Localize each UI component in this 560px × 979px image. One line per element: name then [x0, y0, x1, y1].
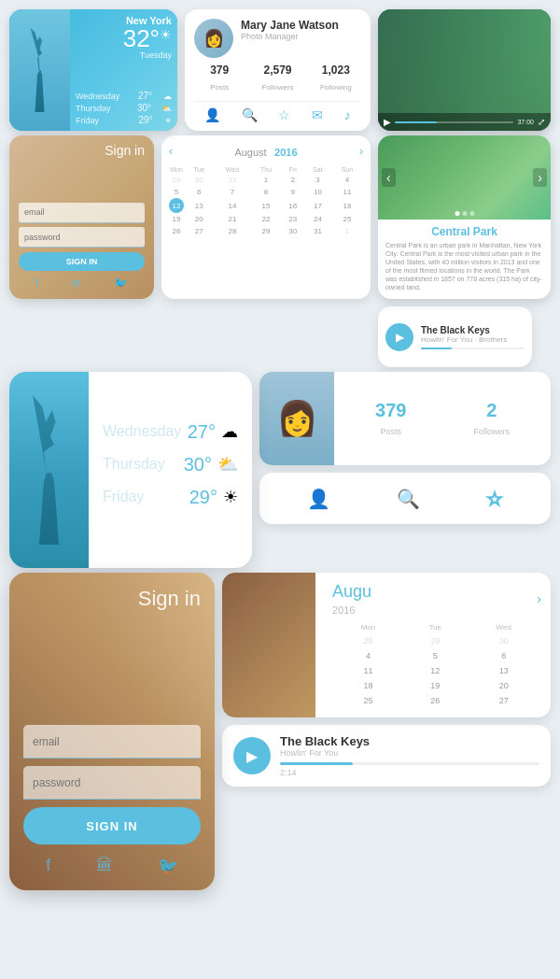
- park-dot-1[interactable]: [455, 211, 459, 216]
- forecast-temp-1: 30°: [137, 103, 151, 113]
- video-progress-bar: [395, 121, 513, 123]
- signin-form: SIGN IN f in 🐦: [19, 202, 145, 290]
- bottom-section: Sign in SIGN IN f 🏛 🐦 Augu 2016: [0, 573, 560, 900]
- profile-role: Photo Manager: [241, 32, 361, 41]
- big-music-progress-bar: [280, 762, 539, 765]
- park-dot-3[interactable]: [469, 211, 474, 216]
- big-right: 👩 379 Posts 2 Followers 👤 🔍 ☆: [259, 372, 551, 568]
- big-music-info: The Black Keys Howlin' For You 2:14: [280, 734, 539, 777]
- profile-search-icon[interactable]: 🔍: [242, 107, 258, 122]
- signin-button[interactable]: SIGN IN: [19, 252, 145, 271]
- music-title: The Black Keys: [421, 325, 525, 335]
- calendar-grid: Mon Tue Wed Thu Fri Sat Sun 29 30 31 1 2…: [169, 165, 363, 237]
- big-facebook-icon[interactable]: f: [46, 856, 50, 876]
- calendar-card: ‹ August 2016 › Mon Tue Wed Thu Fri Sat …: [161, 135, 371, 299]
- music-info: The Black Keys Howlin' For You · Brother…: [421, 325, 525, 349]
- big-password-input[interactable]: [23, 766, 201, 800]
- park-dots: [455, 211, 474, 216]
- big-calendar-header: Augu 2016 ›: [332, 582, 541, 616]
- cal-header-wed: Wed: [214, 165, 250, 174]
- big-weather-content: Wednesday 27° ☁ Thursday 30° ⛅ Friday 29…: [89, 372, 252, 568]
- weather-sun-icon: ☀: [160, 28, 172, 41]
- big-twitter-icon[interactable]: 🐦: [158, 856, 178, 876]
- music-subtitle: Howlin' For You · Brothers: [421, 335, 525, 344]
- big-cal-header-tue: Tue: [404, 621, 467, 633]
- park-dot-2[interactable]: [462, 211, 467, 216]
- big-forecast-temp-0: 27°: [188, 421, 216, 443]
- big-building-icon: 🏛: [96, 856, 113, 876]
- big-forecast-icon-1: ⛅: [217, 454, 238, 475]
- statue-image: [9, 9, 70, 131]
- forecast-icon-0: ☁: [163, 92, 172, 101]
- forecast-icon-2: ☀: [164, 116, 172, 125]
- big-signin-card: Sign in SIGN IN f 🏛 🐦: [9, 573, 215, 890]
- weather-content: New York 32° ☀ Tuesday: [70, 9, 177, 60]
- profile-star-icon[interactable]: ☆: [278, 107, 290, 122]
- music-play-button[interactable]: ▶: [385, 323, 413, 351]
- big-weather-statue-col: [9, 372, 89, 568]
- password-input[interactable]: [19, 227, 145, 248]
- video-play-icon[interactable]: ▶: [384, 117, 391, 127]
- facebook-icon[interactable]: f: [35, 277, 38, 290]
- forecast-temp-0: 27°: [138, 91, 152, 101]
- forecast-row-2: Friday 29° ☀: [76, 115, 172, 125]
- video-time: 37:00: [517, 119, 534, 125]
- cal-prev-icon[interactable]: ‹: [169, 145, 173, 158]
- weather-temp: 32° ☀: [76, 26, 172, 50]
- linkedin-icon[interactable]: in: [72, 277, 80, 290]
- forecast-day-2: Friday: [76, 116, 127, 125]
- profile-music-icon[interactable]: ♪: [344, 107, 351, 122]
- big-email-input[interactable]: [23, 725, 201, 759]
- cal-next-icon[interactable]: ›: [359, 145, 363, 158]
- profile-person-icon[interactable]: 👤: [204, 107, 220, 122]
- big-calendar-card: Augu 2016 › Mon Tue Wed: [222, 573, 551, 717]
- big-music-time: 2:14: [280, 768, 539, 777]
- forecast-day-0: Wednesday: [76, 92, 127, 101]
- park-next-icon[interactable]: ›: [533, 168, 547, 187]
- big-forecast-day-0: Wednesday: [103, 423, 181, 440]
- calendar-today[interactable]: 12: [169, 198, 184, 213]
- twitter-icon[interactable]: 🐦: [114, 277, 128, 290]
- profile-mail-icon[interactable]: ✉: [312, 107, 323, 122]
- mini-star-icon[interactable]: ☆: [486, 488, 503, 510]
- forecast-icon-1: ⛅: [161, 104, 172, 113]
- video-expand-icon[interactable]: ⤢: [538, 117, 545, 127]
- calendar-month-label: August 2016: [234, 143, 297, 160]
- big-forecast-day-2: Friday: [103, 489, 144, 505]
- profile-name: Mary Jane Watson: [241, 19, 361, 32]
- forecast-row-1: Thursday 30° ⛅: [76, 103, 172, 113]
- cal-header-thu: Thu: [251, 165, 282, 174]
- email-input[interactable]: [19, 203, 145, 223]
- big-signin-form: SIGN IN f 🏛 🐦: [23, 725, 201, 876]
- profile-stats: 379 Posts 2,579 Followers 1,023 Followin…: [194, 64, 361, 93]
- big-calendar-year: 2016: [332, 604, 371, 616]
- park-card: ‹ › Central Park Central Park is an urba…: [378, 135, 551, 299]
- big-signin-button[interactable]: SIGN IN: [23, 807, 201, 844]
- forecast-temp-2: 29°: [138, 115, 152, 125]
- mini-search-icon[interactable]: 🔍: [397, 488, 420, 510]
- big-music-play-button[interactable]: ▶: [233, 737, 271, 774]
- mini-person-icon[interactable]: 👤: [307, 488, 330, 510]
- forecast-day-1: Thursday: [76, 104, 127, 113]
- profile-card: 👩 Mary Jane Watson Photo Manager 379 Pos…: [185, 9, 371, 131]
- mini-stats: 379 Posts 2 Followers: [334, 372, 551, 465]
- big-cal-header-mon: Mon: [332, 621, 404, 633]
- big-calendar-image: [222, 573, 315, 717]
- mini-icons-bar: 👤 🔍 ☆: [259, 473, 551, 524]
- cal-header-sun: Sun: [331, 165, 363, 174]
- weather-card: New York 32° ☀ Tuesday Wednesday 27° ☁ T…: [9, 9, 177, 131]
- big-forecast-temp-1: 30°: [184, 454, 212, 475]
- park-content: Central Park Central Park is an urban pa…: [378, 220, 551, 299]
- big-forecast-row-2: Friday 29° ☀: [103, 487, 238, 508]
- top-row: New York 32° ☀ Tuesday Wednesday 27° ☁ T…: [0, 0, 560, 135]
- big-forecast-icon-2: ☀: [223, 487, 238, 507]
- big-calendar-grid: Mon Tue Wed 28 29 30 4 5: [332, 621, 541, 708]
- stat-followers: 2,579 Followers: [252, 64, 302, 93]
- big-weather-card: Wednesday 27° ☁ Thursday 30° ⛅ Friday 29…: [9, 372, 252, 568]
- second-row: Sign in SIGN IN f in 🐦 ‹ August 2016 ›: [0, 135, 560, 372]
- signin-title: Sign in: [105, 143, 145, 158]
- park-prev-icon[interactable]: ‹: [382, 168, 396, 187]
- cal-header-mon: Mon: [169, 165, 184, 174]
- mini-profile-card: 👩 379 Posts 2 Followers: [259, 372, 551, 465]
- big-cal-next-icon[interactable]: ›: [537, 591, 541, 606]
